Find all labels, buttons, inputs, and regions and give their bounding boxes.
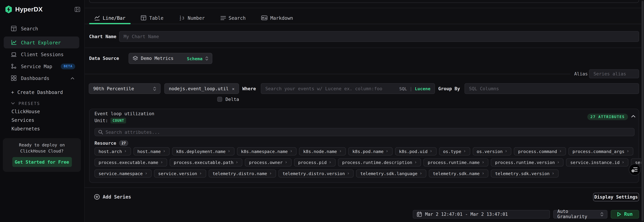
attribute-row: host.arch›host.name›k8s.deployment.name›…: [94, 147, 633, 155]
chart-name-input[interactable]: [119, 31, 639, 42]
attribute-chip[interactable]: k8s.pod.uid›: [395, 147, 436, 155]
preset-services[interactable]: Services: [12, 116, 34, 123]
attribute-chip[interactable]: process.executable.path›: [170, 158, 242, 166]
sidebar-item-service-map[interactable]: Service Map BETA: [4, 60, 79, 72]
attribute-chip[interactable]: k8s.node.name›: [299, 147, 346, 155]
attribute-chip[interactable]: host.name›: [133, 147, 170, 155]
attribute-chip-label: k8s.pod.name: [352, 149, 384, 154]
attribute-chip[interactable]: process.owner›: [245, 158, 292, 166]
plus-icon: +: [11, 89, 14, 95]
schema-link[interactable]: Schema: [187, 56, 202, 61]
hyperdx-logo-icon: [5, 5, 12, 14]
unit-row: Unit: COUNT: [94, 118, 126, 123]
attribute-chip[interactable]: host.arch›: [94, 147, 131, 155]
attribute-chip[interactable]: service.version›: [154, 169, 206, 178]
create-dashboard-button[interactable]: + Create Dashboard: [11, 89, 63, 96]
attribute-chip-label: process.pid: [298, 160, 327, 165]
chevron-right-icon: ›: [290, 148, 292, 154]
preset-kubernetes[interactable]: Kubernetes: [12, 125, 40, 132]
tab-number[interactable]: 123 Number: [174, 12, 210, 24]
group-by-label: Group By: [438, 83, 460, 94]
sidebar-item-chart-explorer[interactable]: Chart Explorer: [4, 36, 79, 48]
sql-toggle[interactable]: SQL: [399, 86, 407, 91]
attribute-chip[interactable]: process.command_args›: [568, 147, 633, 155]
search-icon: [98, 130, 103, 134]
search-nav-icon: [11, 26, 16, 31]
preset-clickhouse[interactable]: ClickHouse: [12, 108, 40, 115]
tab-table[interactable]: Table: [136, 12, 169, 24]
attribute-chip[interactable]: process.executable.name›: [94, 158, 167, 166]
attribute-chip[interactable]: process.runtime.name›: [424, 158, 488, 166]
sidebar-item-label: Search: [21, 26, 38, 31]
run-button[interactable]: Run: [611, 210, 639, 219]
metric-chip[interactable]: nodejs.event_loop.util ✕: [164, 83, 239, 94]
attribute-chip-label: os.type: [443, 149, 461, 154]
attribute-chip-label: service.namespace: [98, 171, 142, 176]
sidebar: HyperDX Search Chart Explorer Client Ses…: [0, 0, 85, 222]
attribute-chip[interactable]: os.type›: [439, 147, 470, 155]
add-series-button[interactable]: Add Series: [94, 193, 131, 201]
granularity-value: Auto Granularity: [557, 209, 600, 220]
chevron-up-icon[interactable]: [70, 77, 74, 79]
attributes-count-badge[interactable]: 27 ATTRIBUTES: [587, 114, 628, 120]
sidebar-item-client-sessions[interactable]: Client Sessions: [4, 48, 79, 60]
feedback-floating-button[interactable]: [629, 164, 641, 176]
aggregation-select[interactable]: 90th Percentile: [89, 83, 160, 94]
attribute-chip[interactable]: process.command›: [514, 147, 566, 155]
sidebar-item-search[interactable]: Search: [4, 23, 79, 34]
network-icon: [11, 64, 16, 69]
presets-toggle[interactable]: PRESETS: [11, 100, 40, 107]
create-dashboard-label: Create Dashboard: [18, 89, 63, 95]
line-chart-icon: [94, 15, 100, 21]
where-input[interactable]: [266, 86, 397, 91]
display-settings-button[interactable]: Display Settings: [593, 193, 639, 201]
attribute-chip[interactable]: k8s.namespace.name›: [237, 147, 297, 155]
collapse-panel-icon[interactable]: [631, 115, 636, 118]
attribute-chip-label: host.arch: [98, 149, 122, 154]
attribute-chip[interactable]: telemetry.distro.name›: [208, 169, 276, 178]
attribute-chip[interactable]: telemetry.sdk.version›: [491, 169, 558, 178]
lucene-toggle[interactable]: Lucene: [415, 86, 430, 91]
data-source-value: Demo Metrics: [141, 56, 174, 61]
attribute-chip[interactable]: k8s.pod.name›: [348, 147, 392, 155]
close-icon[interactable]: ✕: [232, 86, 235, 91]
granularity-select[interactable]: Auto Granularity: [553, 210, 608, 219]
attribute-chip[interactable]: process.pid›: [294, 158, 336, 166]
attribute-chip[interactable]: service.namespace›: [94, 169, 152, 178]
data-source-select[interactable]: Demo Metrics Schema: [128, 53, 212, 64]
get-started-button[interactable]: Get Started for Free: [12, 157, 72, 167]
app-viewport: HyperDX Search Chart Explorer Client Ses…: [0, 0, 644, 222]
delta-label: Delta: [226, 97, 239, 102]
sidebar-collapse-icon[interactable]: [75, 7, 80, 12]
resource-label: Resource: [94, 141, 116, 146]
attribute-chip[interactable]: process.runtime.description›: [338, 158, 421, 166]
attribute-chip[interactable]: process.runtime.version›: [491, 158, 564, 166]
attribute-chip-label: k8s.node.name: [303, 149, 337, 154]
hyperdx-chart-explorer: HyperDX Search Chart Explorer Client Ses…: [0, 0, 644, 222]
attribute-chip[interactable]: telemetry.distro.version›: [278, 169, 354, 178]
attribute-chip[interactable]: service.instance.id›: [566, 158, 628, 166]
tab-search[interactable]: Search: [215, 12, 251, 24]
time-range-picker[interactable]: Mar 2 12:47:01 - Mar 2 13:47:01: [413, 210, 550, 219]
attribute-chip[interactable]: telemetry.sdk.name›: [429, 169, 488, 178]
scrollbar-thumb[interactable]: [642, 1, 644, 221]
chevron-right-icon: ›: [482, 160, 484, 165]
attribute-chip[interactable]: os.version›: [472, 147, 512, 155]
divider: [85, 47, 641, 48]
chevron-right-icon: ›: [339, 148, 342, 154]
group-by-input[interactable]: [464, 83, 639, 94]
tab-line-bar[interactable]: Line/Bar: [89, 12, 131, 24]
markdown-icon: [261, 15, 267, 21]
number-123-icon: 123: [179, 15, 185, 21]
attribute-chip-label: k8s.deployment.name: [176, 149, 226, 154]
delta-checkbox[interactable]: [217, 97, 222, 102]
attribute-search-input[interactable]: [106, 129, 631, 135]
attribute-chip-label: service.instance.id: [570, 160, 620, 165]
alias-input[interactable]: [589, 69, 639, 78]
tab-markdown[interactable]: Markdown: [256, 12, 298, 24]
attribute-chip[interactable]: k8s.deployment.name›: [172, 147, 234, 155]
chart-preview-panel-edge: [89, 0, 639, 3]
attribute-chip[interactable]: telemetry.sdk.language›: [356, 169, 426, 178]
main-content: Line/Bar Table 123 Number Search: [85, 0, 641, 222]
sidebar-item-dashboards[interactable]: Dashboards: [4, 72, 79, 84]
